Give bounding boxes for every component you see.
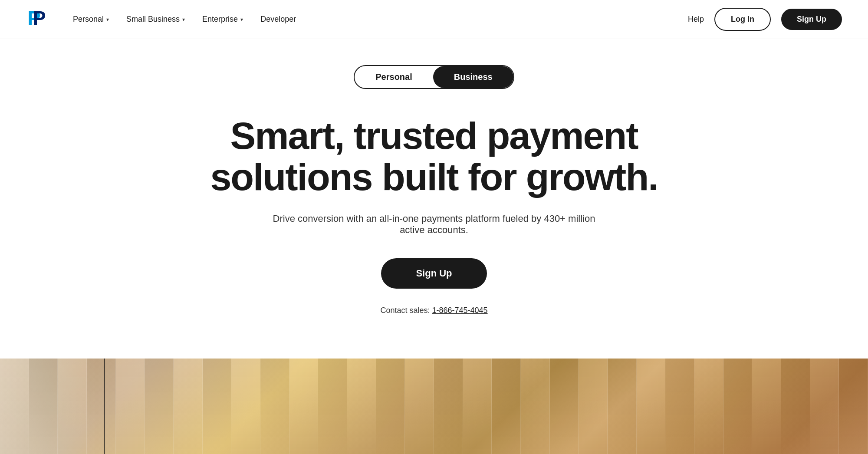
slat <box>289 359 319 454</box>
contact-text: Contact sales: 1-866-745-4045 <box>380 306 487 315</box>
slat <box>434 359 463 454</box>
toggle-personal[interactable]: Personal <box>355 66 433 88</box>
nav-item-developer-label: Developer <box>260 15 296 24</box>
hero-subtext: Drive conversion with an all-in-one paym… <box>269 213 599 236</box>
navbar-left: P P Personal ▾ Small Business ▾ Enterpri… <box>26 7 303 32</box>
hero-image-container <box>0 359 868 454</box>
slat <box>694 359 723 454</box>
slat <box>463 359 492 454</box>
slat <box>145 359 174 454</box>
slat <box>376 359 405 454</box>
login-button[interactable]: Log In <box>714 8 771 31</box>
slat <box>579 359 608 454</box>
slat <box>87 359 116 454</box>
slat <box>810 359 839 454</box>
slat <box>521 359 550 454</box>
slat <box>203 359 232 454</box>
nav-item-small-business-label: Small Business <box>126 15 180 24</box>
hero-image-bg <box>0 359 868 454</box>
slat <box>752 359 781 454</box>
contact-phone-link[interactable]: 1-866-745-4045 <box>432 306 487 315</box>
slat <box>637 359 666 454</box>
slats-overlay <box>0 359 868 454</box>
chevron-down-icon: ▾ <box>106 16 109 23</box>
navbar-right: Help Log In Sign Up <box>688 8 842 31</box>
contact-prefix: Contact sales: <box>380 306 432 315</box>
slat <box>174 359 203 454</box>
nav-item-enterprise-label: Enterprise <box>202 15 238 24</box>
nav-item-personal-label: Personal <box>73 15 104 24</box>
chevron-down-icon: ▾ <box>240 16 243 23</box>
slat <box>608 359 637 454</box>
slat <box>347 359 376 454</box>
help-link[interactable]: Help <box>688 15 704 24</box>
nav-item-small-business[interactable]: Small Business ▾ <box>119 10 192 28</box>
slat <box>260 359 289 454</box>
signup-button-nav[interactable]: Sign Up <box>781 9 842 30</box>
paypal-logo-link[interactable]: P P <box>26 7 49 32</box>
toggle-container: Personal Business <box>354 65 514 89</box>
slat <box>781 359 810 454</box>
slat <box>839 359 868 454</box>
nav-item-developer[interactable]: Developer <box>253 10 303 28</box>
slat <box>58 359 87 454</box>
slat <box>231 359 260 454</box>
slat <box>723 359 753 454</box>
svg-text:P: P <box>33 7 46 29</box>
main-content: Personal Business Smart, trusted payment… <box>0 39 868 359</box>
slat <box>550 359 579 454</box>
toggle-business[interactable]: Business <box>433 66 513 88</box>
slat <box>492 359 521 454</box>
slat <box>318 359 347 454</box>
navbar: P P Personal ▾ Small Business ▾ Enterpri… <box>0 0 868 39</box>
slat <box>116 359 145 454</box>
chevron-down-icon: ▾ <box>182 16 185 23</box>
paypal-logo: P P <box>26 7 49 30</box>
hero-heading: Smart, trusted payment solutions built f… <box>152 115 716 197</box>
slat <box>0 359 29 454</box>
slat <box>665 359 694 454</box>
nav-item-enterprise[interactable]: Enterprise ▾ <box>195 10 250 28</box>
slat <box>405 359 434 454</box>
nav-item-personal[interactable]: Personal ▾ <box>66 10 116 28</box>
signup-button-hero[interactable]: Sign Up <box>381 258 487 289</box>
nav-links: Personal ▾ Small Business ▾ Enterprise ▾… <box>66 10 303 28</box>
slat <box>29 359 58 454</box>
